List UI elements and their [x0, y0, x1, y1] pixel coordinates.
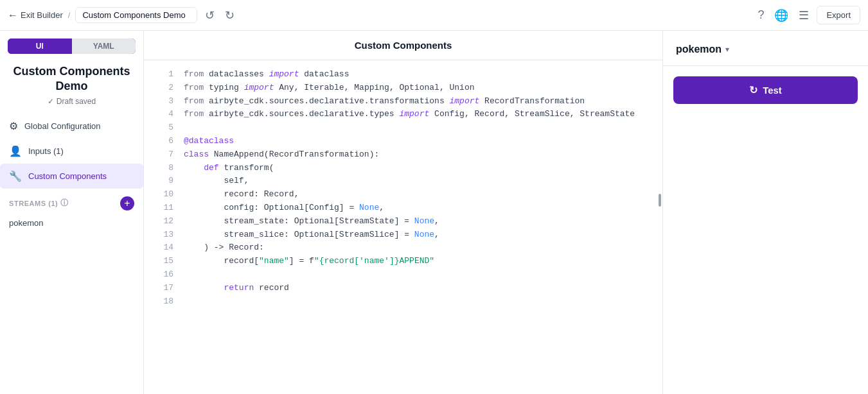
help-button[interactable]: ?: [755, 6, 766, 24]
breadcrumb-separator: /: [68, 10, 71, 20]
code-line-14: 14 ) -> Record:: [144, 241, 662, 255]
right-panel: pokemon ▾ ↻ Test: [662, 31, 868, 394]
code-line-4: 4 from airbyte_cdk.sources.declarative.t…: [144, 108, 662, 121]
code-line-10: 10 record: Record,: [144, 188, 662, 201]
test-button-label: Test: [763, 85, 782, 96]
code-line-2: 2 from typing import Any, Iterable, Mapp…: [144, 81, 662, 95]
global-config-label: Global Configuration: [24, 121, 101, 131]
code-line-11: 11 config: Optional[Config] = None,: [144, 201, 662, 215]
yaml-toggle-button[interactable]: YAML: [72, 39, 136, 54]
topbar: ← Exit Builder / ↺ ↻ ? 🌐 ☰ Export: [0, 0, 868, 31]
sidebar-item-global-config[interactable]: ⚙ Global Configuration: [0, 114, 143, 139]
code-line-15: 15 record["name"] = f"{record['name']}AP…: [144, 255, 662, 268]
chevron-down-icon: ▾: [725, 45, 729, 54]
streams-section: STREAMS (1) ⓘ + pokemon: [0, 189, 143, 234]
code-line-3: 3 from airbyte_cdk.sources.declarative.t…: [144, 95, 662, 108]
undo-button[interactable]: ↺: [202, 6, 217, 25]
test-button[interactable]: ↻ Test: [673, 76, 858, 104]
project-title-input[interactable]: [75, 7, 197, 23]
sidebar-item-inputs[interactable]: 👤 Inputs (1): [0, 139, 143, 164]
export-button[interactable]: Export: [817, 6, 860, 24]
code-line-13: 13 stream_slice: Optional[StreamSlice] =…: [144, 228, 662, 242]
inputs-label: Inputs (1): [28, 146, 64, 156]
ui-toggle-button[interactable]: UI: [8, 39, 72, 54]
panel-stream-title: pokemon: [676, 44, 722, 55]
topbar-actions: ? 🌐 ☰ Export: [755, 6, 860, 25]
code-line-5: 5: [144, 121, 662, 135]
sidebar-title: Custom Components Demo: [0, 54, 143, 97]
redo-button[interactable]: ↻: [222, 6, 237, 25]
panel-header: pokemon ▾: [663, 31, 868, 66]
custom-components-label: Custom Components: [28, 171, 107, 181]
draft-saved-label: Draft saved: [57, 97, 96, 106]
ui-yaml-toggle: UI YAML: [8, 39, 136, 54]
main-content: UI YAML Custom Components Demo ✓ Draft s…: [0, 31, 868, 394]
exit-builder-button[interactable]: ← Exit Builder: [8, 10, 63, 21]
code-line-1: 1 from dataclasses import dataclass: [144, 68, 662, 81]
streams-info-icon: ⓘ: [60, 198, 69, 209]
check-icon: ✓: [48, 97, 54, 106]
code-line-6: 6 @dataclass: [144, 135, 662, 148]
streams-label-text: STREAMS (1): [9, 200, 58, 207]
sidebar: UI YAML Custom Components Demo ✓ Draft s…: [0, 31, 144, 394]
global-config-icon: ⚙: [9, 120, 18, 132]
topbar-left: ← Exit Builder / ↺ ↻: [8, 6, 750, 25]
editor-area: Custom Components 1 from dataclasses imp…: [144, 31, 662, 394]
add-stream-button[interactable]: +: [120, 196, 134, 210]
back-icon: ←: [8, 10, 18, 21]
sidebar-item-custom-components[interactable]: 🔧 Custom Components: [0, 164, 143, 189]
save-button[interactable]: ☰: [796, 6, 811, 25]
code-line-18: 18: [144, 295, 662, 309]
streams-header: STREAMS (1) ⓘ +: [9, 196, 134, 210]
refresh-icon: ↻: [749, 84, 757, 96]
code-line-17: 17 return record: [144, 282, 662, 295]
stream-item-pokemon[interactable]: pokemon: [9, 214, 134, 232]
code-line-9: 9 self,: [144, 175, 662, 188]
inputs-icon: 👤: [9, 145, 22, 157]
editor-header: Custom Components: [144, 31, 662, 60]
streams-label: STREAMS (1) ⓘ: [9, 198, 69, 209]
code-line-12: 12 stream_state: Optional[StreamState] =…: [144, 215, 662, 228]
draft-saved-status: ✓ Draft saved: [0, 97, 143, 114]
translate-button[interactable]: 🌐: [772, 6, 791, 25]
code-line-16: 16: [144, 268, 662, 282]
scroll-indicator: [659, 194, 661, 207]
sidebar-nav: ⚙ Global Configuration 👤 Inputs (1) 🔧 Cu…: [0, 114, 143, 189]
code-container[interactable]: 1 from dataclasses import dataclass 2 fr…: [144, 60, 662, 394]
code-line-7: 7 class NameAppend(RecordTransformation)…: [144, 148, 662, 162]
custom-components-icon: 🔧: [9, 170, 22, 182]
exit-builder-label: Exit Builder: [21, 10, 63, 20]
code-line-8: 8 def transform(: [144, 162, 662, 175]
